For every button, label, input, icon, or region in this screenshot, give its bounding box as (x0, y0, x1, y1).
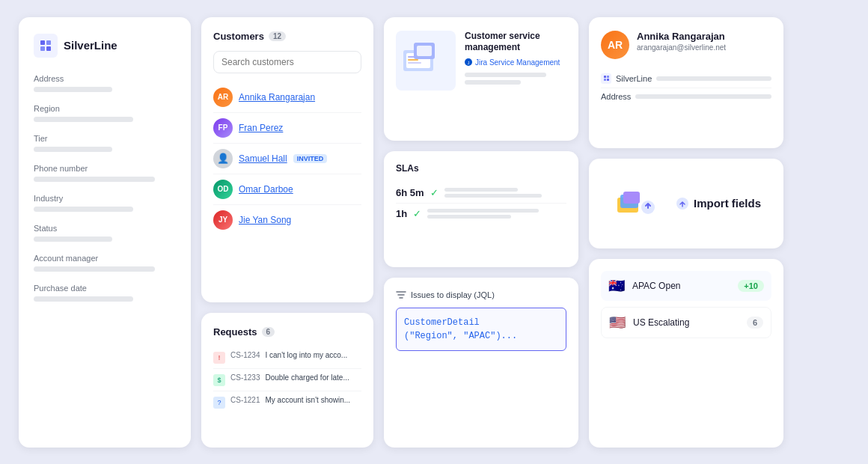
requests-title: Requests (213, 326, 257, 338)
jql-label: Issues to display (JQL) (411, 290, 495, 299)
avatar-annika: AR (213, 88, 233, 107)
field-region: Region (34, 104, 176, 122)
sla-row-1: 6h 5m ✓ (396, 183, 566, 204)
customer-name-jie[interactable]: Jie Yan Song (239, 215, 291, 225)
flag-apac: 🇦🇺 (608, 278, 625, 294)
jql-editor[interactable]: CustomerDetail("Region", "APAC")... (396, 308, 566, 351)
csm-jira: J Jira Service Management (465, 58, 566, 67)
field-label-address: Address (34, 74, 176, 83)
profile-company-bar (656, 76, 771, 81)
sla-bars-2 (427, 209, 566, 219)
customer-item-fran[interactable]: FP Fran Perez (213, 113, 361, 144)
sla-time-1: 6h 5m (396, 187, 424, 198)
field-bar-purchase-date (34, 296, 133, 302)
profile-company-label: SilverLine (616, 74, 652, 83)
svg-rect-10 (417, 46, 432, 56)
sla-check-2: ✓ (413, 208, 421, 219)
field-bar-address (34, 87, 112, 92)
sla-time-2: 1h (396, 208, 407, 219)
csm-bar-2 (465, 80, 521, 85)
sla-bar-line-1b (444, 194, 542, 198)
profile-avatar: AR (601, 31, 629, 59)
import-icon (676, 197, 689, 210)
flag-us: 🇺🇸 (609, 314, 626, 331)
field-label-tier: Tier (34, 134, 176, 143)
customers-header: Customers 12 (213, 31, 361, 42)
request-text-cs1221: My account isn't showin... (265, 396, 350, 404)
avatar-omar: OD (213, 180, 233, 199)
logo-row: SilverLine (34, 34, 176, 58)
request-item-cs1233[interactable]: $ CS-1233 Double charged for late... (213, 369, 361, 391)
csm-bar-1 (465, 73, 546, 77)
field-purchase-date: Purchase date (34, 284, 176, 302)
customer-item-jie[interactable]: JY Jie Yan Song (213, 205, 361, 235)
field-status: Status (34, 224, 176, 242)
request-icon-cs1233: $ (213, 374, 225, 386)
sla-bar-line-2b (427, 215, 510, 219)
request-code-cs1234: CS-1234 (230, 351, 260, 359)
customer-item-samuel[interactable]: 👤 Samuel Hall INVITED (213, 144, 361, 174)
request-item-cs1221[interactable]: ? CS-1221 My account isn't showin... (213, 391, 361, 413)
field-bar-account-manager (34, 266, 155, 272)
field-industry: Industry (34, 194, 176, 212)
silverline-fields-card: SilverLine Address Region Tier Phone num… (19, 17, 191, 448)
issue-badge-us: 6 (747, 317, 763, 329)
customer-item-annika[interactable]: AR Annika Rangarajan (213, 82, 361, 113)
profile-card: AR Annika Rangarajan arangarajan@silverl… (589, 17, 783, 148)
request-text-cs1233: Double charged for late... (265, 373, 349, 382)
customer-name-samuel[interactable]: Samuel Hall (239, 153, 287, 164)
field-account-manager: Account manager (34, 254, 176, 272)
sla-title: SLAs (396, 163, 566, 174)
col2: Customers 12 AR Annika Rangarajan FP Fra… (201, 17, 373, 448)
customer-name-annika[interactable]: Annika Rangarajan (239, 92, 315, 103)
requests-header: Requests 6 (213, 326, 361, 338)
logo-title: SilverLine (64, 39, 117, 52)
csm-info: Customer service management J Jira Servi… (465, 31, 566, 85)
svg-rect-8 (408, 62, 421, 64)
field-bar-industry (34, 207, 133, 212)
issue-name-us: US Escalating (633, 317, 739, 328)
logo-icon (34, 34, 58, 58)
profile-email: arangarajan@silverline.net (637, 43, 726, 52)
sla-check-1: ✓ (430, 187, 438, 198)
svg-rect-2 (40, 46, 45, 51)
col3: Customer service management J Jira Servi… (384, 17, 578, 448)
import-card[interactable]: Import fields (589, 159, 783, 248)
issue-row-us[interactable]: 🇺🇸 US Escalating 6 (601, 307, 771, 338)
field-bar-phone (34, 177, 155, 182)
main-container: SilverLine Address Region Tier Phone num… (19, 17, 849, 448)
field-bar-tier (34, 147, 112, 152)
issues-card: 🇦🇺 APAC Open +10 🇺🇸 US Escalating 6 (589, 259, 783, 448)
field-label-account-manager: Account manager (34, 254, 176, 263)
csm-card: Customer service management J Jira Servi… (384, 17, 578, 141)
avatar-jie: JY (213, 210, 233, 230)
search-input[interactable] (213, 51, 361, 73)
filter-icon (396, 290, 406, 300)
request-icon-cs1221: ? (213, 397, 225, 409)
customer-item-omar[interactable]: OD Omar Darboe (213, 174, 361, 205)
import-button-label: Import fields (694, 197, 761, 210)
profile-field-address: Address (601, 88, 771, 105)
svg-rect-7 (408, 59, 418, 61)
field-label-status: Status (34, 224, 176, 233)
request-text-cs1234: I can't log into my acco... (265, 351, 347, 359)
customer-name-omar[interactable]: Omar Darboe (239, 184, 293, 195)
issue-row-apac[interactable]: 🇦🇺 APAC Open +10 (601, 271, 771, 301)
jql-header: Issues to display (JQL) (396, 290, 566, 300)
field-bar-region (34, 117, 133, 122)
customer-name-fran[interactable]: Fran Perez (239, 123, 283, 133)
field-bar-status (34, 236, 112, 242)
import-label: Import fields (676, 197, 761, 210)
request-code-cs1233: CS-1233 (230, 373, 260, 382)
sla-card: SLAs 6h 5m ✓ 1h ✓ (384, 151, 578, 267)
svg-text:J: J (468, 61, 470, 65)
field-address: Address (34, 74, 176, 92)
avatar-samuel: 👤 (213, 149, 233, 168)
csm-illustration (396, 31, 456, 91)
profile-name: Annika Rangarajan (637, 31, 726, 42)
request-item-cs1234[interactable]: ! CS-1234 I can't log into my acco... (213, 347, 361, 369)
jql-card: Issues to display (JQL) CustomerDetail("… (384, 278, 578, 448)
sla-bars-1 (444, 188, 566, 198)
svg-rect-18 (604, 79, 606, 81)
invited-badge-samuel: INVITED (293, 154, 328, 163)
